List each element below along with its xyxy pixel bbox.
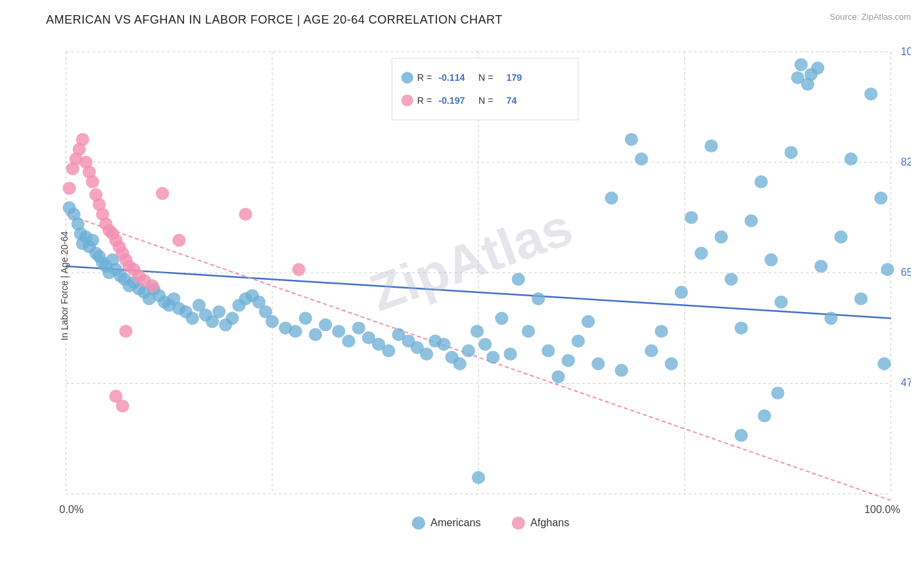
svg-point-80 <box>462 344 475 357</box>
chart-container: AMERICAN VS AFGHAN IN LABOR FORCE | AGE … <box>0 0 924 586</box>
svg-point-64 <box>309 328 322 341</box>
svg-point-65 <box>319 318 332 331</box>
svg-point-130 <box>758 409 771 422</box>
svg-point-126 <box>801 78 814 91</box>
svg-text:R =: R = <box>417 72 432 83</box>
svg-text:179: 179 <box>507 72 522 83</box>
svg-text:65.0%: 65.0% <box>901 267 911 278</box>
svg-point-139 <box>86 175 99 189</box>
svg-point-121 <box>864 87 877 101</box>
svg-point-168 <box>402 95 413 106</box>
svg-point-48 <box>186 312 199 325</box>
svg-point-98 <box>635 152 648 166</box>
svg-text:74: 74 <box>507 95 517 106</box>
svg-point-84 <box>495 312 508 325</box>
svg-point-155 <box>156 187 169 200</box>
svg-text:ZipAtlas: ZipAtlas <box>362 198 580 323</box>
svg-text:47.5%: 47.5% <box>901 378 911 389</box>
svg-point-127 <box>811 62 824 75</box>
svg-point-63 <box>299 312 312 325</box>
svg-point-87 <box>522 325 535 338</box>
svg-point-90 <box>551 371 565 384</box>
svg-point-175 <box>512 516 525 530</box>
svg-point-71 <box>382 344 395 357</box>
svg-point-120 <box>854 292 867 305</box>
svg-point-105 <box>705 139 718 152</box>
svg-point-132 <box>62 182 76 195</box>
svg-point-123 <box>877 357 890 371</box>
svg-text:-0.114: -0.114 <box>438 72 465 83</box>
svg-rect-162 <box>392 58 578 120</box>
svg-point-101 <box>664 357 678 371</box>
svg-point-117 <box>824 312 837 325</box>
svg-point-161 <box>292 263 306 276</box>
svg-point-106 <box>714 231 728 244</box>
svg-point-67 <box>342 334 355 348</box>
svg-point-60 <box>266 315 279 328</box>
svg-text:100.0%: 100.0% <box>864 505 900 516</box>
svg-point-92 <box>572 334 585 348</box>
y-axis-label: In Labor Force | Age 20-64 <box>59 231 70 340</box>
source-label: Source: ZipAtlas.com <box>829 12 911 22</box>
svg-point-112 <box>774 296 787 309</box>
svg-point-136 <box>76 133 89 146</box>
svg-point-108 <box>735 321 748 334</box>
svg-point-104 <box>695 247 708 260</box>
svg-point-119 <box>844 152 858 166</box>
svg-point-158 <box>119 325 132 338</box>
svg-point-81 <box>471 325 484 338</box>
svg-point-89 <box>542 344 555 357</box>
svg-point-79 <box>453 357 467 371</box>
svg-point-107 <box>725 273 738 286</box>
svg-point-62 <box>289 325 302 338</box>
svg-point-129 <box>735 429 748 442</box>
svg-point-128 <box>472 471 485 484</box>
svg-point-154 <box>146 279 159 292</box>
svg-point-109 <box>745 214 758 227</box>
svg-text:0.0%: 0.0% <box>59 505 83 516</box>
svg-point-95 <box>605 191 618 204</box>
svg-point-122 <box>874 191 887 204</box>
svg-point-26 <box>86 234 99 247</box>
svg-point-111 <box>764 254 777 267</box>
svg-point-163 <box>402 72 413 83</box>
svg-point-100 <box>655 325 668 338</box>
svg-point-54 <box>225 312 239 325</box>
svg-text:R =: R = <box>417 95 432 106</box>
svg-text:Afghans: Afghans <box>530 517 569 528</box>
svg-point-68 <box>352 321 365 334</box>
svg-point-82 <box>478 338 492 351</box>
svg-point-93 <box>582 315 595 328</box>
svg-point-85 <box>503 348 517 361</box>
svg-point-110 <box>754 175 768 189</box>
svg-point-114 <box>795 58 808 72</box>
svg-point-96 <box>615 364 628 377</box>
svg-point-77 <box>437 338 450 351</box>
svg-point-91 <box>562 354 575 367</box>
svg-point-173 <box>412 516 425 530</box>
svg-point-88 <box>532 292 545 305</box>
svg-point-116 <box>814 259 827 273</box>
svg-text:N =: N = <box>478 72 493 83</box>
chart-title: AMERICAN VS AFGHAN IN LABOR FORCE | AGE … <box>46 13 911 27</box>
scatter-plot: 100.0% 82.5% 65.0% 47.5% 0.0% 100.0% Zip… <box>46 32 911 539</box>
svg-point-113 <box>785 146 798 159</box>
svg-point-103 <box>685 211 698 224</box>
svg-point-156 <box>239 208 252 221</box>
svg-text:-0.197: -0.197 <box>438 95 465 106</box>
svg-text:82.5%: 82.5% <box>901 156 911 168</box>
svg-point-83 <box>486 351 499 364</box>
svg-text:100.0%: 100.0% <box>901 46 911 57</box>
svg-point-97 <box>625 133 638 146</box>
svg-point-86 <box>512 273 525 286</box>
svg-point-94 <box>591 357 605 371</box>
svg-text:Americans: Americans <box>430 517 480 528</box>
chart-area: In Labor Force | Age 20-64 100.0% 82.5% … <box>46 32 911 539</box>
svg-point-99 <box>645 344 658 357</box>
svg-point-157 <box>172 234 185 247</box>
svg-point-131 <box>771 386 784 399</box>
svg-text:N =: N = <box>478 95 493 106</box>
svg-point-102 <box>675 286 688 299</box>
svg-point-160 <box>116 399 129 413</box>
svg-point-118 <box>835 231 848 244</box>
